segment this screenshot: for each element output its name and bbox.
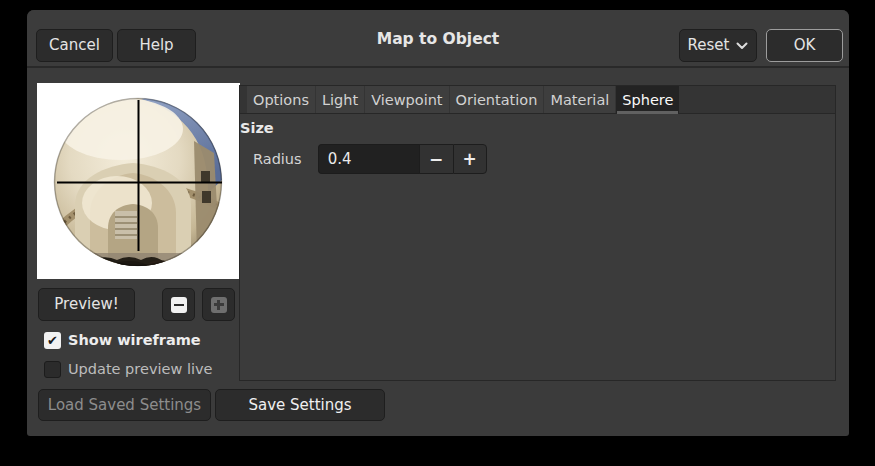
tab-strip: Options Light Viewpoint Orientation Mate… bbox=[240, 86, 835, 114]
zoom-out-icon bbox=[171, 297, 187, 313]
save-settings-button[interactable]: Save Settings bbox=[215, 389, 385, 421]
show-wireframe-label: Show wireframe bbox=[68, 332, 201, 348]
preview-button[interactable]: Preview! bbox=[38, 288, 135, 321]
zoom-out-button[interactable] bbox=[162, 288, 195, 321]
tab-light[interactable]: Light bbox=[316, 86, 364, 113]
minus-icon: − bbox=[429, 151, 443, 168]
radius-input[interactable] bbox=[318, 144, 419, 174]
update-preview-label: Update preview live bbox=[68, 361, 212, 377]
chevron-down-icon bbox=[736, 42, 748, 50]
plus-icon: + bbox=[463, 151, 477, 168]
update-preview-row[interactable]: Update preview live bbox=[44, 360, 212, 378]
load-saved-settings-button[interactable]: Load Saved Settings bbox=[38, 389, 211, 421]
dialog-header: Map to Object Cancel Help Reset OK bbox=[27, 10, 849, 68]
reset-button[interactable]: Reset bbox=[679, 29, 757, 62]
reset-button-label: Reset bbox=[688, 38, 730, 53]
map-to-object-dialog: Map to Object Cancel Help Reset OK bbox=[27, 10, 849, 436]
size-section-title: Size bbox=[240, 120, 274, 136]
tab-options[interactable]: Options bbox=[247, 86, 315, 113]
sphere-preview-image bbox=[37, 83, 240, 279]
zoom-in-button[interactable] bbox=[202, 288, 235, 321]
tab-orientation[interactable]: Orientation bbox=[450, 86, 544, 113]
radius-label: Radius bbox=[253, 151, 302, 167]
show-wireframe-checkbox[interactable]: ✔ bbox=[44, 332, 61, 349]
settings-notebook: Options Light Viewpoint Orientation Mate… bbox=[239, 85, 836, 381]
cancel-button[interactable]: Cancel bbox=[36, 29, 113, 62]
tab-material[interactable]: Material bbox=[544, 86, 615, 113]
tab-sphere[interactable]: Sphere bbox=[616, 86, 679, 113]
tab-viewpoint[interactable]: Viewpoint bbox=[365, 86, 448, 113]
radius-decrement-button[interactable]: − bbox=[419, 144, 453, 174]
preview-area[interactable] bbox=[37, 83, 240, 279]
zoom-in-icon bbox=[211, 297, 227, 313]
radius-increment-button[interactable]: + bbox=[453, 144, 487, 174]
checkmark-icon: ✔ bbox=[47, 333, 58, 348]
show-wireframe-row[interactable]: ✔ Show wireframe bbox=[44, 331, 201, 349]
ok-button[interactable]: OK bbox=[766, 29, 843, 62]
radius-row: Radius − + bbox=[253, 144, 487, 174]
update-preview-checkbox[interactable] bbox=[44, 361, 61, 378]
help-button[interactable]: Help bbox=[117, 29, 196, 62]
